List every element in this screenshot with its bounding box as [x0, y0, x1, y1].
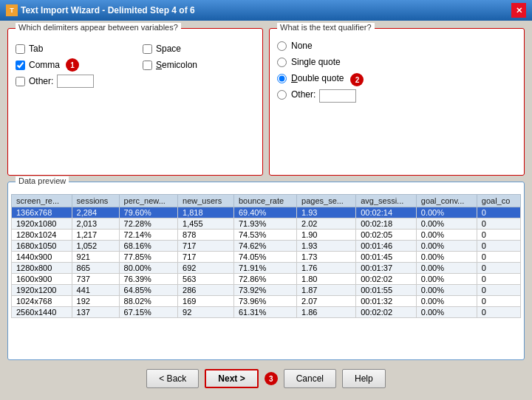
table-cell: 79.60%	[119, 207, 177, 218]
single-quote-label: Single quote	[291, 57, 341, 67]
tab-label: Tab	[29, 44, 43, 54]
table-row[interactable]: 1280x10241,21772.14%87874.53%1.9000:02:0…	[12, 230, 521, 241]
table-row[interactable]: 1366x7682,28479.60%1,81869.40%1.9300:02:…	[12, 207, 521, 218]
table-cell: 00:02:14	[356, 207, 417, 218]
comma-row: Comma 1	[16, 58, 128, 72]
table-cell: 71.91%	[233, 263, 296, 274]
table-cell: 286	[178, 285, 234, 296]
tab-checkbox[interactable]	[16, 44, 25, 54]
table-cell: 0.00%	[416, 218, 477, 230]
qualifier-other-radio[interactable]	[277, 90, 287, 100]
tab-checkbox-label[interactable]: Tab	[16, 44, 128, 54]
table-header-cell: bounce_rate	[233, 195, 296, 207]
table-cell: 00:01:32	[356, 296, 417, 307]
table-cell: 00:02:02	[356, 307, 417, 318]
table-row[interactable]: 1920x120044164.85%28673.92%1.8700:01:550…	[12, 285, 521, 296]
close-button[interactable]: ✕	[511, 3, 526, 18]
table-row[interactable]: 1680x10501,05268.16%71774.62%1.9300:01:4…	[12, 241, 521, 252]
double-quote-radio[interactable]	[277, 74, 287, 83]
none-radio[interactable]	[277, 41, 287, 51]
delimiter-other-input[interactable]	[57, 75, 94, 88]
delimiter-options: Tab Space Comma 1 Semicolon	[16, 44, 255, 72]
space-checkbox-label[interactable]: Space	[143, 44, 255, 54]
delimiter-other-checkbox[interactable]	[16, 77, 25, 86]
table-cell: 0.00%	[416, 285, 477, 296]
table-cell: 2560x1440	[12, 307, 72, 318]
table-cell: 2.02	[297, 218, 356, 230]
table-cell: 92	[178, 307, 234, 318]
table-cell: 00:01:45	[356, 252, 417, 263]
table-cell: 1.93	[297, 241, 356, 252]
qualifier-other-input[interactable]	[319, 89, 356, 103]
double-quote-label: Double quote	[291, 73, 344, 83]
delimiter-other-row: Other:	[16, 75, 255, 88]
single-quote-radio-row: Single quote	[277, 57, 516, 70]
table-cell: 73.96%	[233, 296, 296, 307]
table-row[interactable]: 1024x76819288.02%16973.96%2.0700:01:320.…	[12, 296, 521, 307]
table-cell: 1,455	[178, 218, 234, 230]
table-cell: 192	[72, 296, 119, 307]
table-cell: 74.62%	[233, 241, 296, 252]
delimiters-group-label: Which delimiters appear between variable…	[16, 23, 181, 32]
table-header-cell: goal_conv...	[416, 195, 477, 207]
single-quote-radio[interactable]	[277, 58, 287, 67]
delimiter-other-checkbox-label[interactable]: Other:	[16, 76, 53, 86]
semicolon-checkbox[interactable]	[143, 61, 152, 70]
data-preview-label: Data preview	[16, 176, 69, 185]
table-cell: 1280x800	[12, 263, 72, 274]
table-cell: 0	[477, 218, 520, 230]
table-cell: 74.53%	[233, 230, 296, 241]
semicolon-checkbox-label[interactable]: Semicolon	[143, 58, 255, 72]
table-header-cell: perc_new...	[119, 195, 177, 207]
table-cell: 0.00%	[416, 230, 477, 241]
comma-checkbox[interactable]	[16, 61, 25, 70]
table-cell: 1.87	[297, 285, 356, 296]
table-cell: 0.00%	[416, 263, 477, 274]
single-quote-radio-label[interactable]: Single quote	[277, 57, 341, 67]
table-cell: 1600x900	[12, 274, 72, 285]
space-label: Space	[156, 44, 181, 54]
back-button[interactable]: < Back	[146, 369, 199, 388]
qualifier-other-label: Other:	[291, 89, 316, 100]
table-cell: 2.07	[297, 296, 356, 307]
table-cell: 71.93%	[233, 218, 296, 230]
next-button[interactable]: Next >	[205, 369, 258, 388]
table-cell: 2,284	[72, 207, 119, 218]
table-cell: 73.92%	[233, 285, 296, 296]
table-row[interactable]: 1280x80086580.00%69271.91%1.7600:01:370.…	[12, 263, 521, 274]
table-cell: 737	[72, 274, 119, 285]
table-header-cell: avg_sessi...	[356, 195, 417, 207]
table-row[interactable]: 1920x10802,01372.28%1,45571.93%2.0200:02…	[12, 218, 521, 230]
table-cell: 00:02:02	[356, 274, 417, 285]
table-row[interactable]: 2560x144013767.15%9261.31%1.8600:02:020.…	[12, 307, 521, 318]
table-row[interactable]: 1440x90092177.85%71774.05%1.7300:01:450.…	[12, 252, 521, 263]
table-cell: 0.00%	[416, 296, 477, 307]
table-row[interactable]: 1600x90073776.39%56372.86%1.8000:02:020.…	[12, 274, 521, 285]
help-button[interactable]: Help	[342, 369, 386, 388]
space-checkbox[interactable]	[143, 44, 152, 54]
qualifier-other-row: Other:	[277, 89, 516, 103]
table-cell: 921	[72, 252, 119, 263]
double-quote-radio-label[interactable]: Double quote	[277, 73, 344, 83]
main-content: Which delimiters appear between variable…	[0, 21, 532, 400]
data-preview-table: screen_re...sessionsperc_new...new_users…	[11, 194, 521, 318]
qualifier-other-radio-label[interactable]: Other:	[277, 89, 316, 100]
table-cell: 717	[178, 252, 234, 263]
table-cell: 0.00%	[416, 207, 477, 218]
none-radio-label[interactable]: None	[277, 41, 313, 51]
table-cell: 0	[477, 252, 520, 263]
data-preview-table-container[interactable]: screen_re...sessionsperc_new...new_users…	[11, 194, 521, 356]
table-cell: 0	[477, 296, 520, 307]
table-cell: 692	[178, 263, 234, 274]
table-cell: 1,818	[178, 207, 234, 218]
table-cell: 1.90	[297, 230, 356, 241]
table-cell: 1680x1050	[12, 241, 72, 252]
table-cell: 0	[477, 241, 520, 252]
qualifier-badge: 2	[350, 73, 364, 86]
cancel-button[interactable]: Cancel	[284, 369, 336, 388]
table-cell: 76.39%	[119, 274, 177, 285]
table-cell: 0.00%	[416, 252, 477, 263]
table-cell: 61.31%	[233, 307, 296, 318]
comma-checkbox-label[interactable]: Comma	[16, 60, 60, 70]
table-cell: 878	[178, 230, 234, 241]
